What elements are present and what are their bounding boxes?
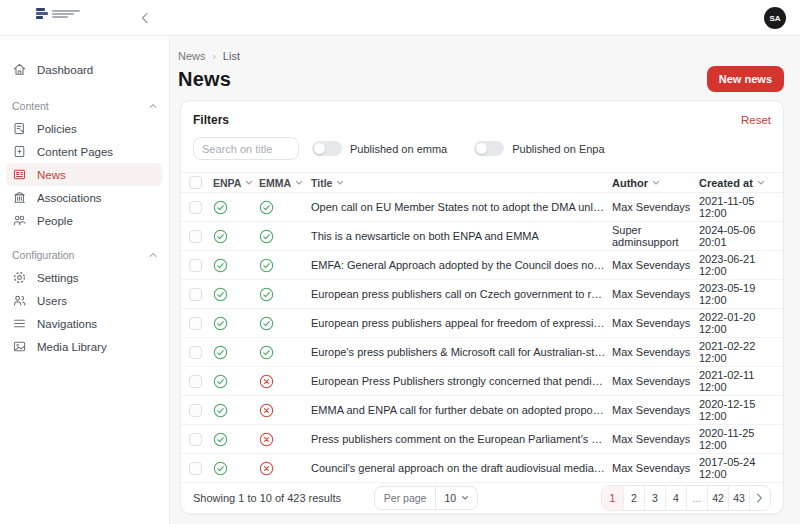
sidebar-item-news[interactable]: News [6, 163, 163, 186]
page-button-42[interactable]: 42 [707, 486, 728, 510]
per-page-select[interactable]: 10 [435, 487, 477, 509]
page-button-3[interactable]: 3 [644, 486, 665, 510]
row-author: Max Sevendays [612, 259, 699, 271]
column-label: Created at [699, 177, 753, 189]
breadcrumb: News › List [178, 50, 784, 62]
sort-chevron-icon [336, 180, 344, 186]
row-created-at: 2023-05-19 12:00 [699, 282, 783, 306]
sidebar-item-dashboard[interactable]: Dashboard [6, 58, 163, 81]
row-checkbox[interactable] [189, 288, 202, 301]
enpa-published-check-icon [213, 432, 228, 447]
per-page-label: Per page [375, 487, 436, 509]
row-checkbox[interactable] [189, 201, 202, 214]
row-title[interactable]: EMMA and ENPA call for further debate on… [311, 404, 606, 416]
sidebar-item-people[interactable]: People [6, 209, 163, 232]
row-title[interactable]: European press publishers call on Czech … [311, 288, 606, 300]
sidebar-item-users[interactable]: Users [6, 289, 163, 312]
section-label: Configuration [12, 249, 74, 261]
chevron-down-icon [461, 495, 469, 501]
page-plus-icon [12, 144, 27, 159]
row-title[interactable]: EMFA: General Approach adopted by the Co… [311, 259, 606, 271]
sidebar-item-associations[interactable]: Associations [6, 186, 163, 209]
building-icon [12, 190, 27, 205]
filter-published-emma: Published on emma [312, 141, 461, 156]
topbar: SA [0, 0, 800, 36]
column-label: Title [311, 177, 332, 189]
table-row[interactable]: European press publishers appeal for fre… [181, 309, 783, 338]
app-logo[interactable] [36, 8, 80, 19]
reset-filters-link[interactable]: Reset [741, 114, 771, 126]
row-checkbox[interactable] [189, 259, 202, 272]
column-header-emma[interactable]: EMMA [255, 177, 311, 189]
enpa-published-check-icon [213, 345, 228, 360]
page-button-4[interactable]: 4 [665, 486, 686, 510]
newspaper-icon [12, 167, 27, 182]
breadcrumb-root[interactable]: News [178, 50, 206, 62]
sidebar-collapse-button[interactable] [136, 9, 154, 27]
published-enpa-toggle[interactable] [474, 141, 504, 156]
sidebar-item-content-pages[interactable]: Content Pages [6, 140, 163, 163]
menu-lines-icon [12, 316, 27, 331]
section-label: Content [12, 100, 49, 112]
sidebar-item-settings[interactable]: Settings [6, 266, 163, 289]
table-row[interactable]: European Press Publishers strongly conce… [181, 367, 783, 396]
emma-published-check-icon [259, 200, 274, 215]
row-checkbox[interactable] [189, 230, 202, 243]
row-created-at: 2020-12-15 12:00 [699, 398, 783, 422]
row-title[interactable]: Press publishers comment on the European… [311, 433, 606, 445]
published-emma-toggle[interactable] [312, 141, 342, 156]
breadcrumb-separator-icon: › [213, 51, 216, 62]
next-page-button[interactable] [749, 486, 770, 510]
emma-not-published-icon [259, 403, 274, 418]
user-avatar[interactable]: SA [764, 7, 786, 29]
row-checkbox[interactable] [189, 404, 202, 417]
row-title[interactable]: European Press Publishers strongly conce… [311, 375, 606, 387]
row-checkbox[interactable] [189, 317, 202, 330]
page-button-1[interactable]: 1 [602, 486, 623, 510]
table-row[interactable]: This is a newsarticle on both ENPA and E… [181, 222, 783, 251]
row-created-at: 2024-05-06 20:01 [699, 224, 783, 248]
table-row[interactable]: Europe's press publishers & Microsoft ca… [181, 338, 783, 367]
search-title-input[interactable] [193, 137, 299, 160]
row-title[interactable]: European press publishers appeal for fre… [311, 317, 606, 329]
page-title: News [178, 68, 231, 91]
table-row[interactable]: Open call on EU Member States not to ado… [181, 193, 783, 222]
breadcrumb-current: List [223, 50, 240, 62]
row-created-at: 2021-11-05 12:00 [699, 195, 783, 219]
table-row[interactable]: Press publishers comment on the European… [181, 425, 783, 454]
row-checkbox[interactable] [189, 462, 202, 475]
column-header-author[interactable]: Author [612, 177, 699, 189]
sidebar-item-label: Media Library [37, 341, 107, 353]
row-author: Max Sevendays [612, 317, 699, 329]
table-row[interactable]: European press publishers call on Czech … [181, 280, 783, 309]
sidebar-item-media-library[interactable]: Media Library [6, 335, 163, 358]
row-title[interactable]: Open call on EU Member States not to ado… [311, 201, 606, 213]
new-news-button[interactable]: New news [707, 66, 784, 92]
select-all-checkbox[interactable] [189, 176, 202, 189]
page-button-2[interactable]: 2 [623, 486, 644, 510]
row-title[interactable]: Council's general approach on the draft … [311, 462, 606, 474]
row-created-at: 2022-01-20 12:00 [699, 311, 783, 335]
table-row[interactable]: EMMA and ENPA call for further debate on… [181, 396, 783, 425]
row-title[interactable]: Europe's press publishers & Microsoft ca… [311, 346, 606, 358]
column-header-title[interactable]: Title [311, 177, 612, 189]
row-checkbox[interactable] [189, 375, 202, 388]
page-button-43[interactable]: 43 [728, 486, 749, 510]
column-header-enpa[interactable]: ENPA [211, 177, 255, 189]
row-checkbox[interactable] [189, 346, 202, 359]
sidebar-item-navigations[interactable]: Navigations [6, 312, 163, 335]
row-checkbox[interactable] [189, 433, 202, 446]
page-ellipsis: ... [686, 486, 707, 510]
enpa-published-check-icon [213, 461, 228, 476]
sidebar-section-content[interactable]: Content [0, 95, 169, 117]
column-header-created-at[interactable]: Created at [699, 177, 783, 189]
row-created-at: 2021-02-22 12:00 [699, 340, 783, 364]
emma-not-published-icon [259, 432, 274, 447]
row-author: Max Sevendays [612, 404, 699, 416]
table-row[interactable]: EMFA: General Approach adopted by the Co… [181, 251, 783, 280]
row-title[interactable]: This is a newsarticle on both ENPA and E… [311, 230, 539, 242]
sidebar-section-configuration[interactable]: Configuration [0, 244, 169, 266]
table-row[interactable]: Council's general approach on the draft … [181, 454, 783, 483]
sidebar-item-policies[interactable]: Policies [6, 117, 163, 140]
chevron-up-icon [149, 103, 157, 109]
